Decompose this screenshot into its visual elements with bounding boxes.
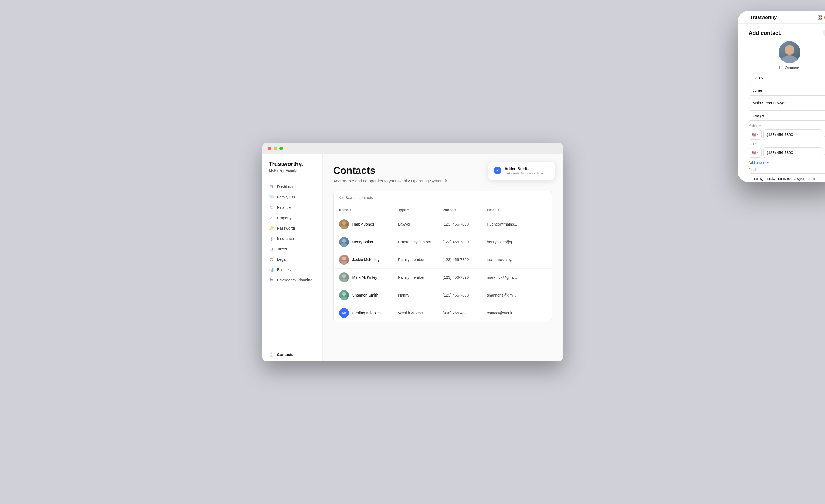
type-value: Lawyer xyxy=(753,113,765,118)
contact-type: Wealth Advisors xyxy=(398,311,442,315)
sidebar-item-label: Insurance xyxy=(277,236,294,241)
sidebar-item-dashboard[interactable]: ⊞ Dashboard xyxy=(262,182,322,192)
svg-point-7 xyxy=(342,274,346,278)
sidebar-item-label: Business xyxy=(277,268,293,272)
contact-email: jackiemckinley... xyxy=(487,257,546,262)
last-name-input[interactable] xyxy=(749,85,825,96)
finance-icon: ◎ xyxy=(269,205,274,210)
svg-point-8 xyxy=(341,278,347,282)
svg-point-16 xyxy=(782,56,797,63)
mobile-phone-input[interactable] xyxy=(763,130,822,140)
type-select[interactable]: Lawyer ▾ xyxy=(749,110,825,121)
window-fullscreen-dot[interactable] xyxy=(279,147,283,150)
toast-text: Added Sterli... Link contacts... contact… xyxy=(505,167,549,175)
contact-photo-area: Company xyxy=(749,41,825,69)
svg-rect-13 xyxy=(818,18,819,19)
sidebar-bottom: 📋 Contacts xyxy=(262,348,322,361)
main-content: ✓ Added Sterli... Link contacts... conta… xyxy=(322,154,563,361)
sort-name-icon[interactable]: ▾ xyxy=(350,208,352,212)
contacts-icon: 📋 xyxy=(269,352,274,357)
legal-icon: ⚖ xyxy=(269,257,274,262)
sort-phone-icon[interactable]: ▾ xyxy=(454,208,456,212)
remove-mobile-button[interactable]: ⊖ xyxy=(824,131,825,138)
table-row[interactable]: Mark McKinley Family member (123) 456-78… xyxy=(334,269,552,286)
contact-phone: (123) 456-7890 xyxy=(443,293,487,297)
table-row[interactable]: Shannon Smith Nanny (123) 456-7890 shann… xyxy=(334,286,552,304)
mobile-logo: Trustworthy. xyxy=(750,15,778,20)
avatar: SA xyxy=(339,308,349,318)
table-row[interactable]: Jackie McKinley Family member (123) 456-… xyxy=(334,251,552,269)
contact-name-shannon: Shannon Smith xyxy=(339,290,398,300)
contact-type: Family member xyxy=(398,275,442,279)
chevron-icon[interactable]: ▾ xyxy=(755,142,757,146)
search-input[interactable] xyxy=(346,195,546,200)
close-button[interactable]: ✕ xyxy=(823,29,825,37)
fax-phone-input[interactable] xyxy=(763,148,822,158)
sort-email-icon[interactable]: ▾ xyxy=(498,208,499,212)
svg-point-4 xyxy=(341,243,347,247)
family-name: McKinley Family xyxy=(269,168,316,173)
avatar xyxy=(339,272,349,282)
contact-email: henrybaker@g... xyxy=(487,240,546,244)
avatar xyxy=(339,290,349,300)
app-layout: Trustworthy. McKinley Family ⊞ Dashboard… xyxy=(262,154,563,361)
contact-phone: (123) 456-7890 xyxy=(443,222,487,226)
mobile-topbar: ☰ Trustworthy. JM ▾ xyxy=(738,11,825,24)
contact-phone: (123) 456-7890 xyxy=(443,257,487,262)
mobile-phone-row: 🇺🇸 ▾ ⊖ xyxy=(749,130,825,140)
sidebar-item-finance[interactable]: ◎ Finance xyxy=(262,202,322,213)
table-row[interactable]: SA Sterling Advisors Wealth Advisors (09… xyxy=(334,304,552,322)
passwords-icon: 🔑 xyxy=(269,226,274,231)
table-row[interactable]: Hailey Jones Lawyer (123) 456-7890 HJone… xyxy=(334,216,552,233)
mobile-label: Mobile ▾ xyxy=(749,124,825,128)
company-label: Company xyxy=(784,65,800,69)
hamburger-icon[interactable]: ☰ xyxy=(743,14,747,20)
grid-icon[interactable] xyxy=(817,15,822,20)
sidebar-item-contacts[interactable]: 📋 Contacts xyxy=(269,352,316,357)
browser-titlebar xyxy=(262,143,563,154)
taxes-icon: ⊟ xyxy=(269,247,274,251)
remove-fax-button[interactable]: ⊖ xyxy=(824,149,825,156)
contact-phone: (123) 456-7890 xyxy=(443,275,487,279)
window-close-dot[interactable] xyxy=(268,147,272,150)
sidebar-item-emergency-planning[interactable]: ⚑ Emergency Planning xyxy=(262,275,322,285)
sort-type-icon[interactable]: ▾ xyxy=(407,208,409,212)
svg-point-3 xyxy=(342,239,346,243)
browser-window: Trustworthy. McKinley Family ⊞ Dashboard… xyxy=(262,143,563,361)
toast-icon: ✓ xyxy=(494,167,501,174)
avatar xyxy=(339,219,349,229)
company-input[interactable] xyxy=(749,98,825,108)
flag-select-fax[interactable]: 🇺🇸 ▾ xyxy=(749,148,762,158)
app-logo: Trustworthy. xyxy=(269,161,316,168)
avatar xyxy=(339,237,349,247)
contact-phone: (098) 765-4321 xyxy=(443,311,487,315)
sidebar-item-business[interactable]: 📊 Business xyxy=(262,265,322,275)
contact-photo[interactable] xyxy=(778,41,801,63)
first-name-input[interactable] xyxy=(749,73,825,83)
chevron-icon[interactable]: ▾ xyxy=(759,124,761,128)
company-checkbox[interactable] xyxy=(779,66,783,69)
sidebar-item-legal[interactable]: ⚖ Legal xyxy=(262,254,322,265)
window-minimize-dot[interactable] xyxy=(274,147,277,150)
sidebar-item-passwords[interactable]: 🔑 Passwords xyxy=(262,223,322,234)
col-type: Type ▾ xyxy=(398,208,442,212)
sidebar-item-insurance[interactable]: ◎ Insurance xyxy=(262,234,322,244)
modal-scroll-area: Add contact. ✕ Company L xyxy=(738,24,825,182)
toast-title: Added Sterli... xyxy=(505,167,549,171)
col-name: Name ▾ xyxy=(339,208,398,212)
table-row[interactable]: Henry Baker Emergency contact (123) 456-… xyxy=(334,233,552,251)
svg-point-10 xyxy=(341,296,347,300)
email-section: Email xyxy=(749,168,825,182)
contact-name-henry: Henry Baker xyxy=(339,237,398,247)
flag-select-mobile[interactable]: 🇺🇸 ▾ xyxy=(749,130,762,140)
sidebar-item-label: Emergency Planning xyxy=(277,278,312,282)
search-bar xyxy=(334,191,552,204)
email-input[interactable] xyxy=(749,173,825,182)
contact-email: HJones@mains... xyxy=(487,222,546,226)
add-phone-button[interactable]: Add phone + xyxy=(749,161,769,165)
table-header: Name ▾ Type ▾ Phone ▾ Email ▾ xyxy=(334,204,552,216)
sidebar-item-family-ids[interactable]: 🪪 Family IDs xyxy=(262,192,322,202)
sidebar-item-property[interactable]: ⌂ Property xyxy=(262,213,322,223)
sidebar-item-taxes[interactable]: ⊟ Taxes xyxy=(262,244,322,254)
svg-point-1 xyxy=(342,221,346,225)
